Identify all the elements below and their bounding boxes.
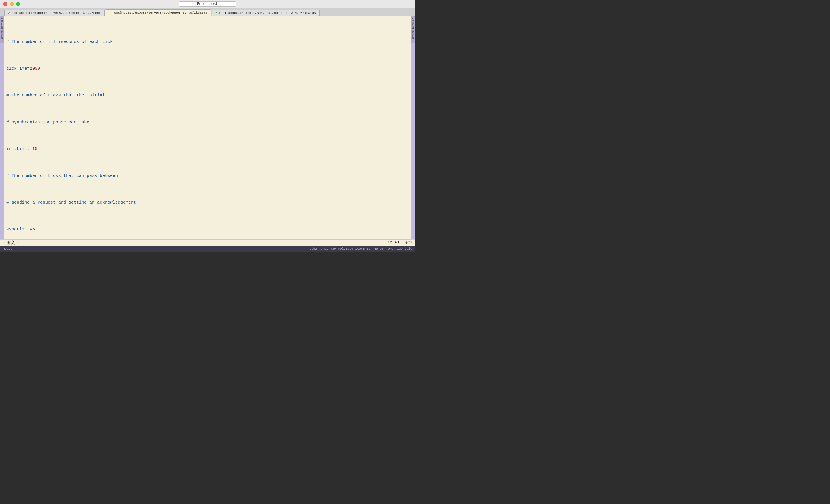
cursor-position: 12,48 xyxy=(388,240,399,245)
address-bar[interactable]: Enter host xyxy=(179,1,236,7)
line-6: # The number of ticks that can pass betw… xyxy=(6,172,408,179)
tab2-label: root@node2:/export/servers/zookeeper-3.4… xyxy=(113,11,208,14)
tab3-label: bujiu@node3:/export/servers/zookeeper-3.… xyxy=(219,11,316,15)
command-manager-panel: Command Manager xyxy=(411,16,415,239)
line-7: # sending a request and getting an ackno… xyxy=(6,199,408,206)
app-window: Enter host ✓ root@node1:/export/servers/… xyxy=(0,0,415,252)
editor[interactable]: # The number of milliseconds of each tic… xyxy=(4,16,411,239)
tab2-check-icon: ✓ xyxy=(109,11,111,14)
line-1: # The number of milliseconds of each tic… xyxy=(6,39,408,45)
close-button[interactable] xyxy=(3,2,7,6)
bottom-statusbar: Ready ssh2: ChaCha20-Poly1305 Xterm 12, … xyxy=(0,246,415,252)
command-manager-label[interactable]: Command Manager xyxy=(411,16,415,43)
minimize-button[interactable] xyxy=(10,2,14,6)
main-container: Session Manager # The number of millisec… xyxy=(0,16,415,239)
line-2: tickTime=2000 xyxy=(6,65,408,72)
traffic-lights xyxy=(0,2,20,6)
tab-node3-zkdatas[interactable]: ✓ bujiu@node3:/export/servers/zookeeper-… xyxy=(212,9,320,16)
maximize-button[interactable] xyxy=(16,2,20,6)
tab3-check-icon: ✓ xyxy=(216,11,218,15)
session-manager-label[interactable]: Session Manager xyxy=(0,16,4,43)
tab1-label: root@node1:/export/servers/zookeeper-3.4… xyxy=(11,11,101,15)
vim-mode: — 插入 — xyxy=(3,240,19,245)
terminal-info: ssh2: ChaCha20-Poly1305 Xterm 12, 48 35 … xyxy=(310,247,412,250)
tab-node2-zkdatas[interactable]: ✓ root@node2:/export/servers/zookeeper-3… xyxy=(105,9,211,16)
session-manager-panel: Session Manager xyxy=(0,16,4,239)
tabsbar: ✓ root@node1:/export/servers/zookeeper-3… xyxy=(0,8,415,16)
code-content: # The number of milliseconds of each tic… xyxy=(4,17,411,239)
line-5: initLimit=10 xyxy=(6,146,408,153)
line-4: # synchronization phase can take xyxy=(6,119,408,126)
scroll-position: 全部 xyxy=(405,240,412,245)
tab-node1-conf[interactable]: ✓ root@node1:/export/servers/zookeeper-3… xyxy=(4,9,105,16)
titlebar-center: Enter host xyxy=(0,1,415,7)
vim-position: 12,48 全部 xyxy=(388,240,412,245)
line-3: # The number of ticks that the initial xyxy=(6,92,408,99)
vim-statusbar: — 插入 — 12,48 全部 xyxy=(0,239,415,246)
terminal-status: Ready xyxy=(3,247,12,250)
titlebar: Enter host xyxy=(0,0,415,8)
line-8: syncLimit=5 xyxy=(6,226,408,233)
tab1-check-icon: ✓ xyxy=(8,11,10,15)
